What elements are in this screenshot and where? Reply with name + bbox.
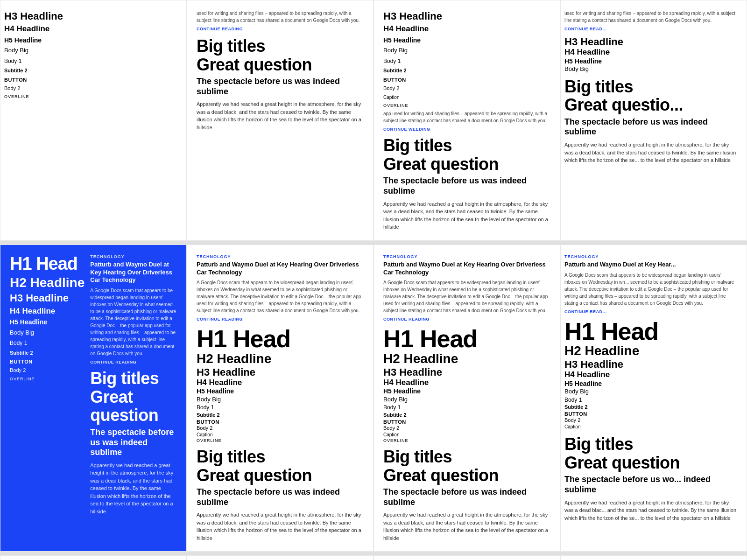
card-r3-c3: TECHNOLOGY Patturb and Waymo Duel at Key… [374, 555, 560, 560]
body1-r2c3: Body 1 [383, 404, 550, 412]
article-body-r1c3: app used for writing and sharing files –… [383, 110, 550, 124]
body1-label: Body 1 [4, 57, 177, 66]
great-question-r1c4: Great questio... [564, 96, 737, 114]
article-title-r2c1: Patturb and Waymo Duel at Key Hearing Ov… [90, 261, 177, 285]
subtitle2-r2c2: Subtitle 2 [197, 412, 364, 419]
button-c3: BUTTON [383, 77, 550, 83]
category-r2c2: TECHNOLOGY [197, 254, 364, 259]
h1-r2c2: H1 Head [197, 326, 364, 352]
h3-r2c2: H3 Headline [197, 366, 364, 378]
spectacle-title-r2c4: The spectacle before us wo... indeed sub… [564, 475, 737, 495]
card-r1-c1: H3 Headline H4 Headline H5 Headline Body… [0, 0, 187, 241]
great-question-r1c3: Great question [383, 155, 550, 174]
body-para-r2c3: Apparently we had reached a great height… [383, 511, 550, 542]
body1-c3: Body 1 [383, 57, 550, 66]
body2-r2c2: Body 2 [197, 425, 364, 432]
great-question-r2c1: Great question [90, 388, 177, 425]
h4-label: H4 Headline [4, 24, 177, 34]
h5-label-c3: H5 Headline [383, 36, 550, 45]
great-question-r2c4: Great question [564, 454, 737, 472]
article-body-r2c1: A Google Docs scam that appears to be wi… [90, 287, 177, 357]
big-titles-r2c3: Big titles [383, 448, 550, 466]
button-r2c2: BUTTON [197, 419, 364, 425]
overline-r2c2: OVERLINE [197, 438, 364, 443]
overline-c3: OVERLINE [383, 103, 550, 108]
continue-reading-r2c4[interactable]: CONTINUE READ... [564, 309, 737, 314]
article-body-r2c2: A Google Docs scam that appears to be wi… [197, 279, 364, 314]
body-big-r2c3: Body Big [383, 395, 550, 404]
card-r1-c3: H3 Headline H4 Headline H5 Headline Body… [374, 0, 560, 241]
great-question-r2c2: Great question [197, 466, 364, 485]
h5-label-r2c1: H5 Headline [10, 318, 85, 327]
h3-label-c3: H3 Headline [383, 10, 550, 22]
h3-label: H3 Headline [4, 10, 177, 22]
card-r1-c2: used for writing and sharing files – app… [187, 0, 374, 241]
body2-r2c3: Body 2 [383, 425, 550, 432]
body2-r2c1: Body 2 [10, 366, 85, 374]
h4-label-c4r1: H4 Headline [564, 48, 737, 57]
spectacle-title-r1c4: The spectacle before us was indeed subli… [564, 117, 737, 137]
body2-r2c4: Body 2 [564, 417, 737, 424]
card-r2-c2: TECHNOLOGY Patturb and Waymo Duel at Key… [187, 245, 374, 552]
article-body-r1c2: used for writing and sharing files – app… [197, 10, 364, 24]
article-title-r2c4: Patturb and Waymo Duel at Key Hear... [564, 261, 737, 269]
article-title-r2c3: Patturb and Waymo Duel at Key Hearing Ov… [383, 261, 550, 277]
great-question-r1c2: Great question [197, 56, 364, 74]
h4-label-c3: H4 Headline [383, 24, 550, 34]
subtitle2-r2c4: Subtitle 2 [564, 404, 737, 411]
body-big-r2c1: Body Big [10, 328, 85, 337]
body-para-r2c1: Apparently we had reached a great height… [90, 462, 177, 516]
card-r1-c4: used for writing and sharing files – app… [560, 0, 747, 241]
category-r2c1: TECHNOLOGY [90, 254, 177, 259]
big-titles-r1c4: Big titles [564, 77, 737, 96]
body-big-r2c4: Body Big [564, 387, 737, 396]
card-r2-c4: TECHNOLOGY Patturb and Waymo Duel at Key… [560, 245, 747, 552]
subtitle2-c3: Subtitle 2 [383, 67, 550, 75]
body-para-r2c4: Apparently we had reached a great height… [564, 499, 737, 522]
body-para-r1c2: Apparently we had reached a great height… [197, 100, 364, 131]
continue-reading-r1c4[interactable]: CONTINUE READ... [564, 27, 737, 31]
big-titles-r1c3: Big titles [383, 136, 550, 155]
continue-reading-r1c3[interactable]: CONTINUE WEEDING [383, 127, 550, 132]
article-body-r2c4: A Google Docs scam that appears to be wi… [564, 272, 737, 307]
body-big-r2c2: Body Big [197, 395, 364, 404]
great-question-r2c3: Great question [383, 466, 550, 485]
continue-reading-r1c2[interactable]: CONTINUE READING [197, 27, 364, 31]
overline-label: OVERLINE [4, 94, 177, 99]
h4-label-r2c1: H4 Headline [10, 306, 85, 316]
card-r2-c1: H1 Head H2 Headline H3 Headline H4 Headl… [0, 245, 187, 552]
body-big-c4r1: Body Big [564, 65, 737, 73]
blue-content-r2c1: TECHNOLOGY Patturb and Waymo Duel at Key… [85, 254, 177, 516]
button-r2c1: BUTTON [10, 358, 85, 365]
category-r2c3: TECHNOLOGY [383, 254, 550, 259]
h3-label-c4: H3 Headline [564, 36, 737, 48]
h2-label-r2c1: H2 Headline [10, 275, 85, 291]
h5-label-c4r1: H5 Headline [564, 57, 737, 65]
h5-label: H5 Headline [4, 36, 177, 45]
h4-r2c4: H4 Headline [564, 370, 737, 379]
big-titles-r2c1: Big titles [90, 369, 177, 388]
body1-r2c2: Body 1 [197, 404, 364, 412]
continue-reading-r2c2[interactable]: CONTINUE READING [197, 317, 364, 322]
continue-reading-r2c3[interactable]: CONTINUE READING [383, 317, 550, 322]
card-r3-c4: TECHNOLOGY Patturb and Waymo Duel at Key… [560, 555, 747, 560]
caption-r2c4: Caption [564, 424, 737, 430]
body-para-r1c4: Apparently we had reached a great height… [564, 141, 737, 164]
spectacle-title-r2c1: The spectacle before us was indeed subli… [90, 427, 177, 458]
overline-r2c1: OVERLINE [10, 376, 85, 382]
body-big-c3: Body Big [383, 46, 550, 55]
body2-label: Body 2 [4, 84, 177, 92]
h2-r2c3: H2 Headline [383, 352, 550, 366]
continue-reading-r2c1[interactable]: CONTINUE READING [90, 360, 177, 364]
spectacle-title-r2c3: The spectacle before us was indeed subli… [383, 487, 550, 507]
h1-r2c4: H1 Head [564, 319, 737, 344]
h3-label-r2c1: H3 Headline [10, 292, 85, 304]
h3-r2c4: H3 Headline [564, 358, 737, 370]
h3-r2c3: H3 Headline [383, 366, 550, 378]
h4-r2c2: H4 Headline [197, 378, 364, 387]
body-para-r2c2: Apparently we had reached a great height… [197, 511, 364, 542]
caption-r2c2: Caption [197, 432, 364, 438]
h1-label-r2c1: H1 Head [10, 254, 85, 274]
h4-r2c3: H4 Headline [383, 378, 550, 387]
type-specimen-r1c3: H3 Headline H4 Headline H5 Headline Body… [383, 10, 550, 108]
